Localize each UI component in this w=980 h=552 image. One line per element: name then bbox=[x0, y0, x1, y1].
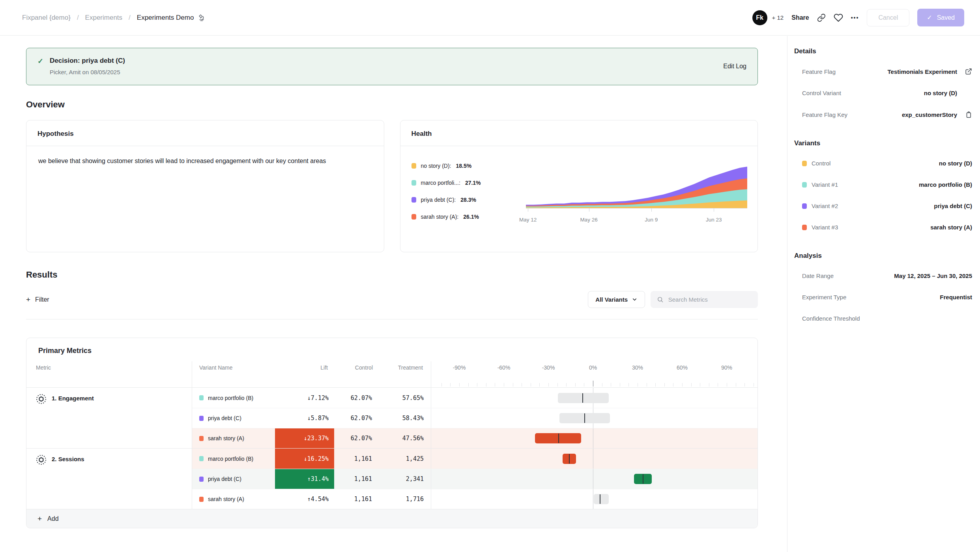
primary-metrics-card: Primary Metrics Metric Variant Name Lift… bbox=[26, 338, 758, 528]
variant-swatch bbox=[199, 395, 204, 400]
variant-name: sarah story (A) bbox=[208, 435, 244, 441]
health-legend: no story (D): 18.5%marco portfoli...: 27… bbox=[411, 158, 526, 224]
health-x-tick bbox=[651, 208, 652, 212]
collaborators-count[interactable]: + 12 bbox=[772, 14, 784, 21]
breadcrumb-experiments[interactable]: Experiments bbox=[85, 14, 122, 22]
health-legend-item: priya debt (C): 28.3% bbox=[411, 197, 526, 203]
toolbar: Fk + 12 Share ••• Cancel ✓ Saved bbox=[752, 9, 964, 26]
variant-swatch bbox=[199, 436, 204, 441]
health-x-label: May 26 bbox=[580, 217, 597, 223]
variant-cell: marco portfolio (B) bbox=[192, 449, 275, 469]
lift-cell: ↑31.4% bbox=[275, 469, 334, 489]
axis-tick bbox=[477, 383, 477, 387]
axis-tick bbox=[620, 383, 620, 387]
metric-group: 2. Sessionsmarco portfolio (B)↓16.25%1,1… bbox=[26, 448, 757, 509]
share-button[interactable]: Share bbox=[791, 14, 809, 21]
lift-cell: ↓5.87% bbox=[275, 408, 334, 428]
detail-label: Feature Flag bbox=[802, 68, 836, 75]
add-metric-button[interactable]: + Add bbox=[26, 509, 757, 528]
control-value: 1,161 bbox=[334, 489, 379, 509]
results-divider bbox=[26, 319, 758, 319]
all-variants-dropdown[interactable]: All Variants bbox=[588, 291, 645, 308]
table-header: Metric Variant Name Lift Control Treatme… bbox=[26, 361, 757, 387]
axis-tick bbox=[727, 383, 727, 387]
axis-tick bbox=[548, 383, 549, 387]
confidence-interval-cell bbox=[431, 449, 757, 469]
variant-cell: sarah story (A) bbox=[192, 428, 275, 448]
axis-tick bbox=[486, 383, 486, 387]
breadcrumb-separator: / bbox=[77, 14, 79, 22]
variant-slot-name: Variant #2 bbox=[812, 203, 838, 209]
detail-row: Feature FlagTestimonials Experiment bbox=[794, 68, 972, 75]
lift-axis-header: -90%-60%-30%0%30%60%90% bbox=[431, 361, 757, 387]
external-link-icon[interactable] bbox=[965, 68, 972, 75]
axis-tick bbox=[611, 383, 611, 387]
confidence-interval-center-tick bbox=[569, 454, 570, 464]
variant-value: no story (D) bbox=[939, 160, 972, 167]
detail-value-wrap: no story (D) bbox=[924, 90, 972, 96]
variant-swatch bbox=[199, 497, 204, 502]
col-control: Control bbox=[334, 361, 379, 387]
variant-swatch bbox=[802, 182, 807, 188]
col-metric: Metric bbox=[26, 361, 192, 387]
axis-label: -30% bbox=[542, 364, 555, 371]
control-value: 1,161 bbox=[334, 469, 379, 489]
axis-label: -90% bbox=[453, 364, 466, 371]
variant-label: Control bbox=[802, 160, 830, 167]
more-menu-button[interactable]: ••• bbox=[851, 15, 859, 21]
lift-value: ↓23.37% bbox=[275, 428, 334, 448]
treatment-value: 58.43% bbox=[379, 408, 431, 428]
axis-tick bbox=[522, 383, 522, 387]
axis-tick bbox=[593, 381, 593, 387]
control-value: 62.07% bbox=[334, 408, 379, 428]
axis-tick bbox=[450, 383, 451, 387]
microscope-icon bbox=[198, 14, 206, 22]
health-legend-item: sarah story (A): 26.1% bbox=[411, 214, 526, 220]
detail-value: no story (D) bbox=[924, 90, 957, 96]
confidence-interval-bar bbox=[558, 393, 608, 403]
confidence-interval-cell bbox=[431, 408, 757, 428]
axis-tick bbox=[691, 383, 692, 387]
add-filter-button[interactable]: + Filter bbox=[26, 295, 49, 304]
search-metrics-input[interactable] bbox=[668, 291, 752, 308]
link-icon bbox=[817, 13, 826, 22]
search-icon bbox=[657, 296, 664, 303]
page-title: Experiments Demo bbox=[137, 14, 194, 22]
axis-tick bbox=[575, 383, 576, 387]
avatar[interactable]: Fk bbox=[752, 10, 767, 25]
metric-cell[interactable]: 1. Engagement bbox=[26, 388, 192, 448]
control-value: 62.07% bbox=[334, 388, 379, 408]
variant-cell: sarah story (A) bbox=[192, 489, 275, 509]
variant-row: Controlno story (D) bbox=[794, 160, 972, 167]
hypothesis-title: Hypothesis bbox=[37, 130, 74, 137]
axis-tick bbox=[628, 383, 629, 387]
analysis-value: Frequentist bbox=[940, 294, 972, 300]
axis-label: 90% bbox=[721, 364, 732, 371]
metric-cell[interactable]: 2. Sessions bbox=[26, 449, 192, 509]
copy-icon[interactable] bbox=[965, 111, 972, 118]
edit-log-button[interactable]: Edit Log bbox=[723, 63, 746, 70]
overview-heading: Overview bbox=[26, 100, 758, 110]
legend-label: priya debt (C): bbox=[421, 197, 456, 203]
axis-tick bbox=[495, 383, 495, 387]
analysis-row: Experiment TypeFrequentist bbox=[794, 294, 972, 300]
variant-cell: marco portfolio (B) bbox=[192, 388, 275, 408]
variant-rows: marco portfolio (B)↓16.25%1,1611,425priy… bbox=[192, 449, 757, 509]
chevron-down-icon bbox=[632, 297, 638, 302]
copy-link-button[interactable] bbox=[817, 13, 826, 22]
legend-value: 28.3% bbox=[460, 197, 476, 203]
detail-row: Feature Flag Keyexp_customerStory bbox=[794, 111, 972, 118]
col-treatment: Treatment bbox=[379, 361, 431, 387]
table-row: priya debt (C)↓5.87%62.07%58.43% bbox=[192, 408, 757, 428]
axis-tick bbox=[638, 383, 638, 387]
health-card: Health no story (D): 18.5%marco portfoli… bbox=[400, 120, 758, 252]
favorite-button[interactable] bbox=[834, 13, 843, 23]
details-section-title: Details bbox=[794, 47, 972, 55]
cancel-button[interactable]: Cancel bbox=[867, 9, 909, 26]
metric-group: 1. Engagementmarco portfolio (B)↓7.12%62… bbox=[26, 387, 757, 448]
saved-button[interactable]: ✓ Saved bbox=[917, 9, 964, 26]
lift-value: ↓7.12% bbox=[275, 388, 334, 408]
control-value: 62.07% bbox=[334, 428, 379, 448]
breadcrumb-project[interactable]: Fixpanel {demo} bbox=[22, 14, 71, 22]
top-bar: Fixpanel {demo} / Experiments / Experime… bbox=[0, 0, 980, 36]
